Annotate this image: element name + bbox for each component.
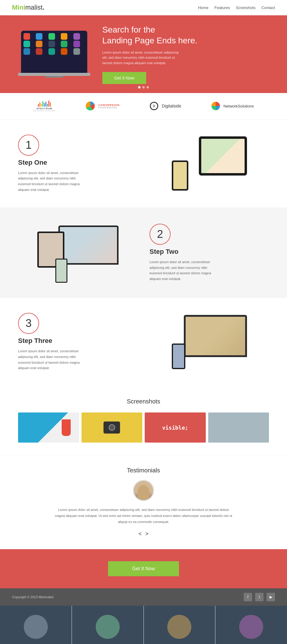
logo-dot: . xyxy=(42,4,44,11)
step-1-text: 1 Step One Lorem ipsum dolor sit amet, c… xyxy=(18,135,137,193)
avatar-face xyxy=(134,481,153,500)
screenshot-3[interactable]: visible; xyxy=(145,412,206,443)
testimonials-title: Testimonials xyxy=(18,467,269,474)
team-avatar-3 xyxy=(167,615,191,639)
bar xyxy=(42,101,43,107)
app-icon xyxy=(36,33,42,40)
laptop-base xyxy=(18,73,90,76)
team-avatar-1 xyxy=(24,615,48,639)
step-1-phone-screen xyxy=(173,162,187,189)
footer-social: f t ▶ xyxy=(244,593,275,601)
navigation: Minimalist. Home Features Screnshots Con… xyxy=(0,0,287,15)
bar xyxy=(47,104,48,107)
app-icon xyxy=(36,41,42,47)
social-facebook[interactable]: f xyxy=(244,593,252,601)
avatar-head xyxy=(137,485,150,500)
step-2-phone-screen xyxy=(56,260,66,282)
step-3-devices xyxy=(172,315,247,369)
nav-home[interactable]: Home xyxy=(198,5,208,10)
step-3-phone-screen xyxy=(173,345,184,368)
app-icon xyxy=(23,33,30,40)
logos-bar: SPECTRUM BUILDING SYSTEMS CONVERSION FRA… xyxy=(0,93,287,120)
step-1-tablet-screen xyxy=(201,139,245,173)
nav-contact[interactable]: Contact xyxy=(261,5,275,10)
app-icon xyxy=(73,33,80,40)
team-member-2: KRISTIN DOE Developer xyxy=(72,606,144,644)
slider-dot-1[interactable] xyxy=(138,86,140,89)
ns-icon xyxy=(211,102,220,110)
conversion-text-block: CONVERSION FRAMEWORK xyxy=(98,104,120,109)
app-icon xyxy=(48,41,55,47)
screenshot-4[interactable] xyxy=(208,412,269,443)
bar xyxy=(48,101,49,107)
camera-lens xyxy=(109,424,115,431)
app-icon xyxy=(61,41,67,47)
step-1-devices xyxy=(172,136,247,191)
logo-malist: malist xyxy=(25,4,42,11)
cta-button[interactable]: Get It Now xyxy=(108,561,179,576)
logo-networksolutions: NetworkSolutions xyxy=(211,102,254,110)
testimonial-next[interactable]: > xyxy=(145,531,149,537)
screenshots-grid: visible; xyxy=(18,412,269,443)
footer-copyright: Copyright © 2013 Minimalist xyxy=(12,595,54,599)
bar xyxy=(38,104,39,107)
nav-features[interactable]: Features xyxy=(214,5,230,10)
digitalside-initial: D xyxy=(153,104,155,108)
hero-text: Search for the Landing Page Ends here. L… xyxy=(102,24,269,84)
screenshots-title: Screenshots xyxy=(18,398,269,405)
slider-dot-3[interactable] xyxy=(147,86,149,89)
step-2-devices xyxy=(37,222,119,283)
logo-spectrum: SPECTRUM BUILDING SYSTEMS xyxy=(33,101,56,112)
step-2-section: 2 Step Two Lorem ipsum dolor sit amet, c… xyxy=(0,207,287,298)
cta-section: Get It Now xyxy=(0,549,287,588)
bar xyxy=(39,102,40,107)
slider-dot-2[interactable] xyxy=(142,86,145,89)
testimonials-section: Testimonials Lorem ipsum dolor sit amet,… xyxy=(0,455,287,549)
screenshot-1[interactable] xyxy=(18,412,79,443)
testimonial-prev[interactable]: < xyxy=(138,531,142,537)
bar xyxy=(50,102,51,107)
team-member-4: MARTIN DOE Video Director xyxy=(215,606,287,644)
step-2-image xyxy=(18,222,137,283)
conversion-icon xyxy=(86,101,95,110)
spectrum-logo-container: SPECTRUM BUILDING SYSTEMS xyxy=(33,101,56,112)
ns-name: NetworkSolutions xyxy=(224,104,254,108)
step-1-section: 1 Step One Lorem ipsum dolor sit amet, c… xyxy=(0,120,287,208)
step-3-phone xyxy=(172,344,185,369)
spectrum-name: SPECTRUM xyxy=(36,107,52,110)
step-1-description: Lorem ipsum dolor sit amet, consectetuer… xyxy=(18,170,84,193)
digitalside-icon: D xyxy=(150,102,158,110)
social-twitter[interactable]: t xyxy=(255,593,264,601)
testimonial-avatar xyxy=(133,480,154,501)
screenshot-2[interactable] xyxy=(82,412,143,443)
step-2-laptop-screen xyxy=(60,227,117,263)
team-member-3: JANE DOE Manager xyxy=(144,606,216,644)
footer: Copyright © 2013 Minimalist f t ▶ xyxy=(0,588,287,606)
nav-screenshots[interactable]: Screnshots xyxy=(236,5,255,10)
nav-links: Home Features Screnshots Contact xyxy=(198,5,275,10)
step-1-tablet xyxy=(199,136,247,176)
hero-title: Search for the Landing Page Ends here. xyxy=(102,24,269,46)
team-member-1: JONNY DOE Designer xyxy=(0,606,72,644)
step-1-image xyxy=(150,136,269,191)
app-icon xyxy=(73,41,80,47)
step-2-laptop xyxy=(58,226,119,265)
step-1-number: 1 xyxy=(18,135,39,156)
social-youtube[interactable]: ▶ xyxy=(267,593,275,601)
app-icon xyxy=(73,48,80,55)
step-2-number: 2 xyxy=(150,224,171,245)
slider-dots xyxy=(138,86,149,89)
step-3-laptop xyxy=(184,315,247,357)
logo: Minimalist. xyxy=(12,4,45,11)
camera-body xyxy=(103,422,120,434)
testimonial-navigation: < > xyxy=(18,531,269,537)
laptop-stand xyxy=(45,76,63,78)
step-1-phone xyxy=(172,160,188,191)
spectrum-sub: BUILDING SYSTEMS xyxy=(33,110,56,112)
step-3-title: Step Three xyxy=(18,337,137,345)
visible-text: visible; xyxy=(162,425,188,431)
hero-cta-button[interactable]: Get It Now xyxy=(102,72,146,84)
conversion-name: CONVERSION xyxy=(98,104,120,107)
step-2-text: 2 Step Two Lorem ipsum dolor sit amet, c… xyxy=(150,224,269,282)
bicycle-image xyxy=(208,412,269,443)
